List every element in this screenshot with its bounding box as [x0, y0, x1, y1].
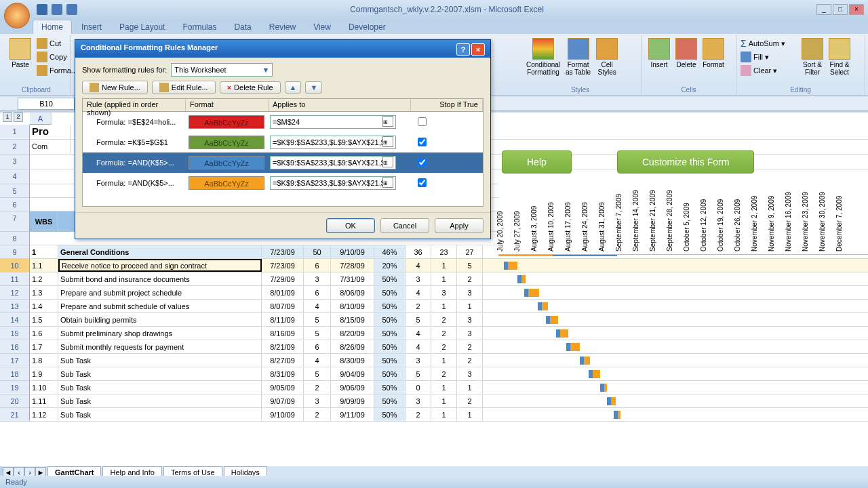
- edit-rule-button[interactable]: Edit Rule...: [152, 81, 216, 94]
- paste-button[interactable]: Paste: [7, 37, 34, 77]
- move-up-button[interactable]: ▲: [285, 81, 302, 94]
- format-as-table-button[interactable]: Format as Table: [563, 37, 593, 77]
- ribbon-tab-developer[interactable]: Developer: [340, 20, 394, 34]
- applies-to-input[interactable]: =$K$9:$SA$233,$L$9:$AYX$21,$K$2⊞: [270, 156, 396, 169]
- stop-if-true-checkbox[interactable]: [418, 117, 427, 126]
- col-a[interactable]: A: [30, 113, 52, 125]
- outline-level-2[interactable]: 2: [14, 113, 23, 122]
- applies-to-input[interactable]: =$K$9:$SA$233,$L$9:$AYX$21,$K$2⊞: [270, 176, 396, 190]
- copy-icon: [37, 52, 47, 62]
- row-header[interactable]: 18: [0, 367, 30, 381]
- ribbon-tab-home[interactable]: Home: [33, 20, 72, 34]
- delete-rule-button[interactable]: ×Delete Rule: [220, 81, 281, 94]
- dialog-titlebar[interactable]: Conditional Formatting Rules Manager ? ×: [75, 40, 490, 58]
- dialog-help-button[interactable]: ?: [456, 43, 470, 56]
- help-button[interactable]: Help: [502, 150, 572, 174]
- format-cells-button[interactable]: Format: [700, 37, 727, 70]
- row-header[interactable]: 13: [0, 300, 30, 313]
- row-header[interactable]: 14: [0, 313, 30, 327]
- applies-to-input[interactable]: =$M$24⊞: [270, 115, 396, 129]
- row-header[interactable]: 11: [0, 272, 30, 286]
- dialog-close-button[interactable]: ×: [471, 43, 485, 56]
- ribbon-tab-formulas[interactable]: Formulas: [174, 20, 224, 34]
- row-header[interactable]: 16: [0, 340, 30, 354]
- maximize-button[interactable]: □: [833, 4, 848, 15]
- range-picker-icon[interactable]: ⊞: [382, 157, 393, 167]
- ribbon-tab-page-layout[interactable]: Page Layout: [111, 20, 173, 34]
- stop-if-true-checkbox[interactable]: [418, 178, 427, 187]
- table-row[interactable]: 1.7Submit monthly requests for payment8/…: [30, 340, 868, 354]
- redo-icon[interactable]: [66, 4, 77, 15]
- table-row[interactable]: 1.9Sub Task8/31/0959/04/0950%523: [30, 367, 868, 381]
- table-row[interactable]: 1.4Prepare and submit schedule of values…: [30, 300, 868, 313]
- table-row[interactable]: 1.12Sub Task9/10/0929/11/0950%211: [30, 408, 868, 422]
- table-row[interactable]: 1.8Sub Task8/27/0948/30/0950%312: [30, 354, 868, 367]
- applies-to-input[interactable]: =$K$9:$SA$233,$L$9:$AYX$21,$K$2⊞: [270, 136, 396, 149]
- rule-row[interactable]: Formula: =K$5=$G$1AaBbCcYyZz=$K$9:$SA$23…: [83, 132, 483, 152]
- ribbon-tab-review[interactable]: Review: [261, 20, 304, 34]
- autosum-button[interactable]: ΣAutoSum▾: [741, 37, 799, 50]
- table-row[interactable]: 1.10Sub Task9/05/0929/06/0950%011: [30, 381, 868, 394]
- rule-row[interactable]: Formula: =AND(K$5>...AaBbCcYyZz=$K$9:$SA…: [83, 152, 483, 173]
- row-header[interactable]: 17: [0, 354, 30, 367]
- ribbon-tab-view[interactable]: View: [305, 20, 339, 34]
- row-header[interactable]: 10: [0, 259, 30, 272]
- move-down-button[interactable]: ▼: [305, 81, 322, 94]
- save-icon[interactable]: [37, 4, 47, 15]
- rule-row[interactable]: Formula: =$E$24=holi...AaBbCcYyZz=$M$24⊞: [83, 112, 483, 132]
- row-header[interactable]: 21: [0, 408, 30, 422]
- outline-level-1[interactable]: 1: [3, 113, 12, 122]
- row-header[interactable]: 19: [0, 381, 30, 394]
- cut-button[interactable]: Cut: [37, 37, 77, 50]
- stop-if-true-checkbox[interactable]: [418, 138, 427, 146]
- row-header[interactable]: 8: [0, 232, 30, 245]
- minimize-button[interactable]: _: [816, 4, 831, 15]
- row-header[interactable]: 20: [0, 394, 30, 408]
- customize-button[interactable]: Customize this Form: [617, 150, 754, 174]
- fill-button[interactable]: Fill▾: [741, 50, 799, 64]
- format-painter-button[interactable]: Forma...: [37, 64, 77, 77]
- range-picker-icon[interactable]: ⊞: [382, 116, 393, 127]
- apply-button[interactable]: Apply: [435, 218, 484, 233]
- table-row[interactable]: 1.2Submit bond and insurance documents7/…: [30, 272, 868, 286]
- ribbon-tab-data[interactable]: Data: [226, 20, 259, 34]
- new-rule-button[interactable]: New Rule...: [82, 81, 148, 94]
- row-header[interactable]: 6: [0, 198, 30, 211]
- table-row[interactable]: 1.3Prepare and submit project schedule8/…: [30, 286, 868, 300]
- insert-cells-button[interactable]: Insert: [646, 37, 673, 70]
- table-row[interactable]: 1.11Sub Task9/07/0939/09/0950%312: [30, 394, 868, 408]
- row-header[interactable]: 12: [0, 286, 30, 300]
- close-button[interactable]: ×: [849, 4, 864, 15]
- row-header[interactable]: 9: [0, 245, 30, 259]
- find-select-button[interactable]: Find & Select: [826, 37, 853, 77]
- copy-button[interactable]: Copy: [37, 50, 77, 64]
- table-row[interactable]: 1.5Obtain building permits8/11/0958/15/0…: [30, 313, 868, 327]
- range-picker-icon[interactable]: ⊞: [382, 136, 393, 147]
- rules-table-header: Rule (applied in order shown) Format App…: [82, 98, 484, 112]
- delete-cells-button[interactable]: Delete: [673, 37, 700, 70]
- table-icon: [568, 38, 589, 60]
- stop-if-true-checkbox[interactable]: [418, 158, 427, 167]
- office-button[interactable]: [4, 3, 30, 28]
- row-header[interactable]: 7: [0, 211, 30, 232]
- table-row[interactable]: 1.6Submit preliminary shop drawings8/16/…: [30, 327, 868, 340]
- sort-filter-button[interactable]: Sort & Filter: [799, 37, 826, 77]
- row-header[interactable]: 1: [0, 125, 30, 140]
- range-picker-icon[interactable]: ⊞: [382, 177, 393, 188]
- ok-button[interactable]: OK: [326, 218, 375, 233]
- row-header[interactable]: 2: [0, 140, 30, 155]
- row-header[interactable]: 5: [0, 184, 30, 198]
- undo-icon[interactable]: [52, 4, 62, 15]
- conditional-formatting-button[interactable]: Conditional Formatting: [524, 37, 563, 77]
- rule-row[interactable]: Formula: =AND(K$5>...AaBbCcYyZz=$K$9:$SA…: [83, 173, 483, 193]
- cell-styles-button[interactable]: Cell Styles: [593, 37, 620, 77]
- row-header[interactable]: 4: [0, 169, 30, 184]
- row-header[interactable]: 3: [0, 155, 30, 169]
- clear-button[interactable]: Clear▾: [741, 64, 799, 77]
- name-box[interactable]: B10: [18, 98, 75, 110]
- scope-dropdown[interactable]: This Worksheet ▼: [171, 63, 273, 77]
- table-row[interactable]: 1.1Receive notice to proceed and sign co…: [30, 259, 868, 272]
- row-header[interactable]: 15: [0, 327, 30, 340]
- cancel-button[interactable]: Cancel: [380, 218, 429, 233]
- ribbon-tab-insert[interactable]: Insert: [73, 20, 110, 34]
